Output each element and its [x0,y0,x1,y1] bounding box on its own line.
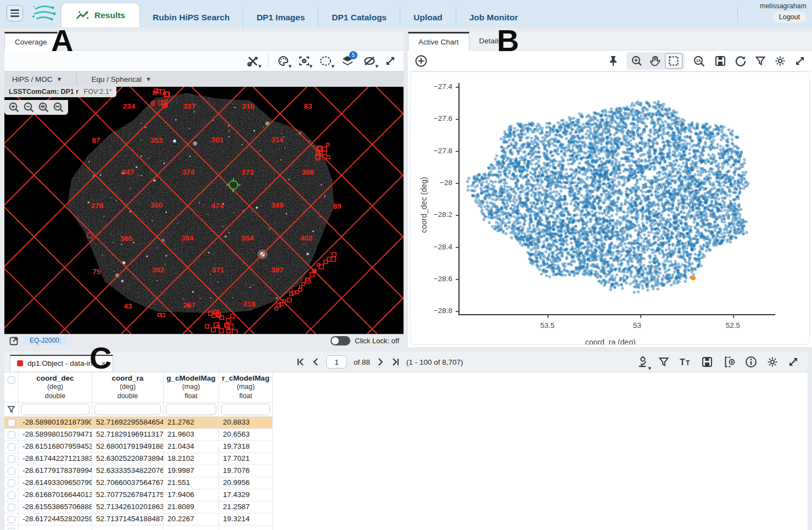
table-cell[interactable] [19,526,92,530]
prev-page-icon[interactable] [312,358,320,366]
table-cell[interactable]: 52.707752678471756 [92,489,164,501]
table-row[interactable]: -28.61553865706888552.7134261020186321.8… [4,501,808,514]
table-cell[interactable]: 21.8089 [164,501,219,514]
page-input[interactable] [326,355,347,369]
logout-button[interactable]: Logout [772,12,807,23]
row-checkbox[interactable] [8,479,15,487]
table-row[interactable]: -28.61493309650799752.7066003756476721.5… [4,477,808,489]
table-cell[interactable]: 52.630252208738945 [92,453,164,465]
expand-panel-icon[interactable] [385,55,396,66]
table-row[interactable]: -28.61516807959453652.6800179194918821.0… [4,441,808,453]
table-cell[interactable]: 19.7076 [219,465,273,477]
table-expand-icon[interactable] [788,356,799,367]
zoom-out-icon[interactable] [23,102,35,113]
table-filter-icon[interactable] [658,356,669,367]
nav-tab-job-monitor[interactable]: Job Monitor [456,8,531,27]
chart-filter-icon[interactable] [755,55,766,66]
filter-input-coord_dec[interactable] [21,404,89,415]
filter-input-coord_ra[interactable] [94,404,161,415]
chart-expand-icon[interactable] [794,55,805,66]
chart-save-icon[interactable] [714,55,726,67]
click-lock-toggle[interactable] [331,336,350,345]
column-header-coord_ra[interactable]: coord_ra(deg)double [92,372,164,403]
pin-chart-icon[interactable] [608,55,618,67]
chart-zoom-original-icon[interactable]: 1X [693,55,706,67]
last-page-icon[interactable] [391,358,400,366]
row-checkbox[interactable] [8,516,15,523]
table-cell[interactable]: 21.2587 [219,501,273,514]
add-column-icon[interactable] [723,356,736,368]
scatter-chart[interactable]: coord_ra (deg) coord_dec (deg) −27.4−27.… [410,71,810,345]
table-text-view-icon[interactable]: TT [679,356,692,367]
select-region-icon[interactable] [319,55,332,66]
table-cell[interactable]: -28.589980150794716 [19,429,92,441]
nav-tab-dp1-catalogs[interactable]: DP1 Catalogs [318,8,400,27]
coverage-sky-map[interactable]: 2343373158387353301314347374373398278350… [4,87,404,334]
layers-icon[interactable]: 5 [341,55,354,67]
nav-tab-dp1-images[interactable]: DP1 Images [243,8,318,27]
table-row[interactable] [4,526,808,530]
chart-settings-icon[interactable] [774,55,786,67]
zoom-fit-icon[interactable] [38,102,49,113]
table-row[interactable]: -28.58998015079471652.7182919691131721.9… [4,429,808,441]
row-checkbox[interactable] [8,492,15,499]
select-all-checkbox[interactable] [8,376,15,384]
table-cell[interactable]: -28.615538657068885 [19,501,92,514]
filter-input-g_cModelMag[interactable] [166,404,216,415]
table-cell[interactable]: -28.617791783789944 [19,465,92,477]
zoom-fill-icon[interactable] [53,102,64,113]
row-checkbox[interactable] [8,528,15,530]
table-cell[interactable]: 19.7318 [219,441,273,453]
table-save-icon[interactable] [701,356,713,368]
nav-tab-results[interactable]: Results [61,3,139,27]
table-cell[interactable]: -28.616870166440137 [19,489,92,501]
column-header-r_cModelMag[interactable]: r_cModelMag(mag)float [219,372,273,403]
table-row[interactable]: -28.61779178378994452.6333353482207619.9… [4,465,808,477]
table-cell[interactable]: 20.2267 [164,514,219,526]
table-cell[interactable]: 21.0434 [164,441,219,453]
row-checkbox[interactable] [8,455,15,463]
table-cell[interactable] [219,526,273,530]
table-info-icon[interactable] [745,356,757,368]
table-cell[interactable]: 20.6563 [219,429,273,441]
table-row[interactable]: -28.6172445282025952.7137145418848720.22… [4,514,808,526]
table-cell[interactable] [164,526,219,530]
table-cell[interactable]: -28.589801921873907 [19,417,92,429]
tools-icon[interactable] [247,55,259,66]
table-cell[interactable]: 17.9406 [164,489,219,501]
table-cell[interactable]: 19.3214 [219,514,273,526]
click-to-search-icon[interactable] [636,355,649,369]
table-cell[interactable]: 19.9987 [164,465,219,477]
table-row[interactable]: -28.58980192187390752.7169229558465421.2… [4,417,808,429]
tab-active-chart[interactable]: Active Chart [408,32,469,51]
hips-moc-dropdown[interactable]: HiPS / MOC ▼ [12,75,62,83]
row-checkbox[interactable] [8,419,15,427]
color-palette-icon[interactable] [277,55,289,66]
table-cell[interactable]: 17.7021 [219,453,273,465]
table-cell[interactable]: 21.551 [164,477,219,489]
row-checkbox[interactable] [8,443,15,451]
chart-zoom-tool-icon[interactable] [629,54,645,68]
table-cell[interactable]: 18.2102 [164,453,219,465]
add-chart-icon[interactable] [415,54,428,68]
table-cell[interactable]: 52.63333534822076 [92,465,164,477]
chart-restore-icon[interactable] [735,55,747,67]
row-checkbox[interactable] [8,431,15,439]
open-new-window-icon[interactable] [9,336,19,346]
zoom-in-icon[interactable] [8,102,20,113]
chart-pan-tool-icon[interactable] [647,54,663,68]
center-image-icon[interactable] [298,55,310,66]
table-cell[interactable]: 20.8833 [219,417,273,429]
table-cell[interactable]: 20.9956 [219,477,273,489]
table-settings-icon[interactable] [766,356,779,368]
table-cell[interactable]: 21.2762 [164,417,219,429]
table-cell[interactable]: 52.71829196911317 [92,429,164,441]
tab-coverage[interactable]: Coverage [4,32,58,51]
table-cell[interactable]: -28.615168079594536 [19,441,92,453]
table-cell[interactable]: 17.4329 [219,489,273,501]
table-cell[interactable]: 52.71342610201863 [92,501,164,514]
table-cell[interactable]: -28.61724452820259 [19,514,92,526]
next-page-icon[interactable] [377,358,384,366]
column-header-coord_dec[interactable]: coord_dec(deg)double [19,372,92,403]
column-header-g_cModelMag[interactable]: g_cModelMag(mag)float [164,372,219,403]
